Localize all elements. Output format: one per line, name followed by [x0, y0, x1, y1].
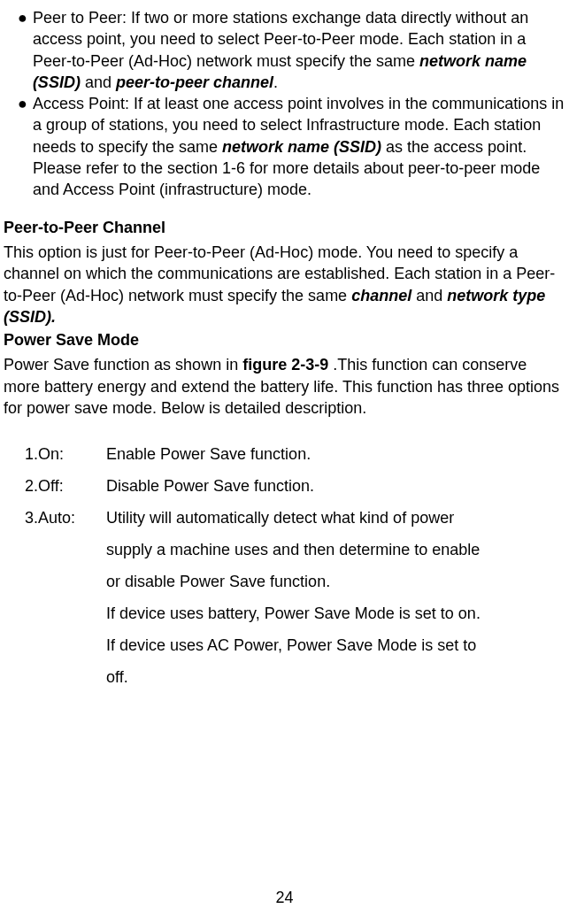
bullet-text: Access Point: If at least one access poi…: [33, 93, 565, 200]
bullet-item-access-point: ● Access Point: If at least one access p…: [4, 93, 565, 200]
option-on: 1.On: Enable Power Save function.: [25, 438, 565, 470]
bullet-dot-icon: ●: [18, 7, 27, 93]
option-auto-line: If device uses AC Power, Power Save Mode…: [25, 629, 565, 661]
paragraph: Power Save function as shown in figure 2…: [4, 354, 565, 419]
bullet-dot-icon: ●: [18, 93, 27, 200]
option-text: or disable Power Save function.: [106, 566, 565, 597]
paragraph: This option is just for Peer-to-Peer (Ad…: [4, 242, 565, 327]
option-off: 2.Off: Disable Power Save function.: [25, 470, 565, 502]
option-label: 3.Auto:: [25, 502, 106, 534]
option-label-empty: [25, 566, 106, 597]
option-text: Disable Power Save function.: [106, 470, 565, 502]
option-auto-line: supply a machine uses and then determine…: [25, 534, 565, 566]
heading-peer-to-peer-channel: Peer-to-Peer Channel: [4, 217, 565, 238]
option-text: If device uses AC Power, Power Save Mode…: [106, 629, 565, 661]
document-content: ● Peer to Peer: If two or more stations …: [0, 7, 569, 693]
option-text: Enable Power Save function.: [106, 438, 565, 470]
option-auto-line: or disable Power Save function.: [25, 566, 565, 597]
option-auto-line: If device uses battery, Power Save Mode …: [25, 597, 565, 629]
bullet-label: Access Point:: [33, 95, 129, 112]
emphasis-channel: channel: [351, 287, 411, 304]
heading-power-save-mode: Power Save Mode: [4, 329, 565, 350]
option-label-empty: [25, 534, 106, 566]
text: and: [81, 73, 116, 91]
text: Power Save function as shown in: [4, 356, 242, 373]
emphasis-channel: peer-to-peer channel: [116, 73, 273, 91]
option-label-empty: [25, 629, 106, 661]
text: .: [273, 73, 278, 91]
text: and: [411, 287, 447, 304]
bullet-label: Peer to Peer:: [33, 9, 127, 27]
options-list: 1.On: Enable Power Save function. 2.Off:…: [4, 438, 565, 693]
option-text: Utility will automatically detect what k…: [106, 502, 565, 534]
option-auto-line: off.: [25, 661, 565, 693]
option-text: off.: [106, 661, 565, 693]
option-label: 1.On:: [25, 438, 106, 470]
bullet-text: Peer to Peer: If two or more stations ex…: [33, 7, 565, 93]
option-auto: 3.Auto: Utility will automatically detec…: [25, 502, 565, 534]
page-number: 24: [0, 887, 569, 908]
option-text: If device uses battery, Power Save Mode …: [106, 597, 565, 629]
emphasis-ssid: network name (SSID): [222, 138, 381, 156]
option-label-empty: [25, 661, 106, 693]
option-text: supply a machine uses and then determine…: [106, 534, 565, 566]
option-label-empty: [25, 597, 106, 629]
bullet-item-peer-to-peer: ● Peer to Peer: If two or more stations …: [4, 7, 565, 93]
figure-reference: figure 2-3-9: [242, 356, 328, 373]
option-label: 2.Off:: [25, 470, 106, 502]
